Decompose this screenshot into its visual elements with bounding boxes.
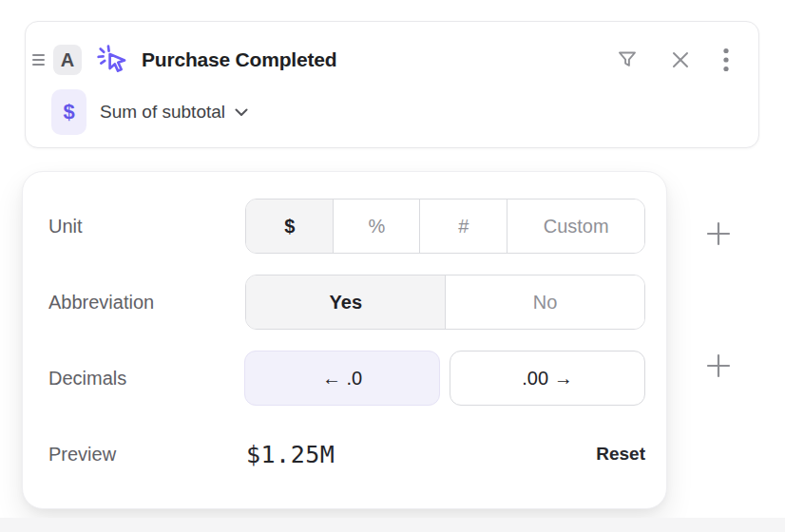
unit-option-dollar[interactable]: $ (246, 200, 333, 253)
unit-option-custom[interactable]: Custom (507, 200, 644, 253)
drag-handle-icon[interactable] (32, 54, 47, 66)
decrease-decimals-button[interactable]: ← .0 (244, 351, 440, 406)
event-card: A Purchase Completed (25, 21, 759, 148)
kebab-menu-icon[interactable] (722, 48, 730, 72)
decimals-buttons: ← .0 .00 → (244, 351, 645, 406)
preview-value: $1.25M (246, 441, 335, 468)
unit-row: Unit $ % # Custom (48, 199, 645, 254)
abbreviation-row: Abbreviation Yes No (48, 275, 645, 330)
event-letter-badge: A (53, 45, 82, 75)
decimals-row: Decimals ← .0 .00 → (48, 351, 645, 406)
event-card-actions (616, 48, 730, 72)
reset-button[interactable]: Reset (596, 444, 645, 465)
measure-selector[interactable]: $ Sum of subtotal (51, 89, 248, 135)
close-icon[interactable] (670, 49, 691, 70)
abbreviation-label: Abbreviation (48, 292, 245, 314)
preview-label: Preview (48, 444, 246, 466)
unit-segmented-control: $ % # Custom (245, 199, 645, 254)
decimals-label: Decimals (48, 368, 244, 390)
abbreviation-option-no[interactable]: No (445, 276, 644, 329)
add-item-button-bottom[interactable] (704, 352, 733, 380)
dollar-badge: $ (51, 89, 86, 135)
chevron-down-icon (235, 108, 248, 117)
bottom-divider (0, 518, 785, 532)
unit-label: Unit (48, 216, 245, 238)
increase-decimals-button[interactable]: .00 → (450, 351, 645, 406)
abbreviation-option-yes[interactable]: Yes (246, 276, 445, 329)
event-title: Purchase Completed (142, 48, 336, 71)
abbreviation-segmented-control: Yes No (245, 275, 645, 330)
add-item-button-top[interactable] (704, 219, 733, 248)
filter-icon[interactable] (616, 48, 639, 71)
cursor-click-icon (96, 44, 128, 76)
measure-label: Sum of subtotal (100, 102, 225, 123)
number-format-popover: Unit $ % # Custom Abbreviation Yes No De… (22, 171, 667, 509)
unit-option-number[interactable]: # (419, 200, 507, 253)
event-card-header: A Purchase Completed (32, 41, 730, 79)
unit-option-percent[interactable]: % (333, 200, 419, 253)
preview-row: Preview $1.25M Reset (48, 427, 645, 482)
